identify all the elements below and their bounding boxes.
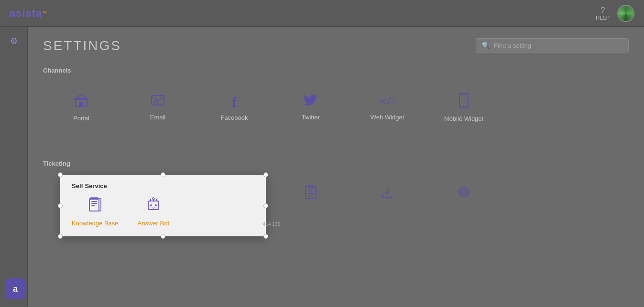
email-icon xyxy=(151,94,165,110)
mobile-widget-icon xyxy=(458,93,469,111)
svg-rect-12 xyxy=(91,205,95,206)
main-layout: ⚙ SETTINGS 🔍 Channels xyxy=(0,27,644,307)
web-widget-icon: </> xyxy=(380,94,395,110)
app-logo[interactable]: asista™ xyxy=(10,7,47,20)
mobile-widget-label: Mobile Widget xyxy=(444,115,483,122)
download-icon xyxy=(381,185,394,202)
channels-grid: Portal Email f Facebook xyxy=(43,84,629,131)
answer-bot-icon xyxy=(146,197,161,216)
channel-item-twitter[interactable]: Twitter xyxy=(273,84,349,131)
knowledge-base-label: Knowledge Base xyxy=(72,220,119,227)
bottom-asista-badge[interactable]: a xyxy=(5,278,26,299)
web-widget-label: Web Widget xyxy=(371,114,404,121)
gear-settings-icon xyxy=(457,185,470,202)
avatar[interactable] xyxy=(617,5,634,22)
sidebar: ⚙ xyxy=(0,27,28,307)
bottom-badge-label: a xyxy=(13,284,18,294)
ticketing-label: Ticketing xyxy=(43,160,629,167)
facebook-icon: f xyxy=(232,94,237,110)
ticketing-item-download[interactable] xyxy=(349,177,426,210)
svg-rect-2 xyxy=(79,102,83,106)
svg-point-32 xyxy=(462,190,466,194)
self-service-item-answer-bot[interactable]: Answer Bot xyxy=(138,197,169,227)
logo-text: asista xyxy=(10,7,42,20)
self-service-title: Self Service xyxy=(72,182,254,190)
channels-label: Channels xyxy=(43,67,629,74)
svg-point-16 xyxy=(155,204,157,206)
facebook-label: Facebook xyxy=(220,114,248,121)
channel-item-email[interactable]: Email xyxy=(120,84,196,131)
resize-handle-br[interactable] xyxy=(263,234,268,239)
search-icon: 🔍 xyxy=(482,42,490,49)
svg-point-20 xyxy=(153,198,154,200)
resize-handle-bm[interactable] xyxy=(161,234,165,239)
resize-handle-tm[interactable] xyxy=(161,172,165,177)
resize-handle-tl[interactable] xyxy=(58,172,63,177)
avatar-image xyxy=(618,6,633,21)
svg-text:</>: </> xyxy=(380,95,395,106)
logo-dot: ™ xyxy=(42,11,47,16)
answer-bot-label: Answer Bot xyxy=(138,220,169,227)
self-service-item-knowledge-base[interactable]: Knowledge Base xyxy=(72,197,119,227)
self-service-overlay: Self Service xyxy=(60,175,266,236)
svg-rect-11 xyxy=(91,203,97,204)
channel-item-mobile-widget[interactable]: Mobile Widget xyxy=(426,84,502,131)
search-input[interactable] xyxy=(494,42,622,49)
forms-icon xyxy=(305,185,317,202)
help-label: HELP xyxy=(596,15,610,21)
portal-icon xyxy=(74,93,88,111)
email-label: Email xyxy=(150,114,166,121)
channel-item-portal[interactable]: Portal xyxy=(43,84,120,131)
twitter-icon xyxy=(304,94,318,110)
help-icon: ? xyxy=(600,6,605,15)
svg-rect-4 xyxy=(154,101,158,104)
coordinates-display: 414 136 xyxy=(263,222,280,227)
help-button[interactable]: ? HELP xyxy=(596,6,610,21)
top-navigation: asista™ ? HELP xyxy=(0,0,644,27)
channel-item-facebook[interactable]: f Facebook xyxy=(196,84,273,131)
svg-point-8 xyxy=(463,106,465,107)
settings-header: SETTINGS 🔍 xyxy=(43,38,629,53)
channel-item-web-widget[interactable]: </> Web Widget xyxy=(349,84,426,131)
ticketing-item-forms[interactable] xyxy=(273,177,349,210)
page-title: SETTINGS xyxy=(43,38,121,53)
ticketing-item-gear[interactable] xyxy=(426,177,502,210)
self-service-items: Knowledge Base xyxy=(72,197,254,227)
main-content: SETTINGS 🔍 Channels Portal xyxy=(28,27,644,307)
resize-handle-tr[interactable] xyxy=(263,172,268,177)
nav-right: ? HELP xyxy=(596,5,634,22)
svg-rect-10 xyxy=(91,201,97,202)
svg-point-15 xyxy=(150,204,152,206)
resize-handle-ml[interactable] xyxy=(58,203,63,208)
sidebar-settings-icon[interactable]: ⚙ xyxy=(4,32,23,51)
search-box[interactable]: 🔍 xyxy=(476,38,629,53)
self-service-box: Self Service xyxy=(60,175,266,236)
portal-label: Portal xyxy=(73,115,89,122)
resize-handle-bl[interactable] xyxy=(58,234,63,239)
twitter-label: Twitter xyxy=(302,114,320,121)
knowledge-base-icon xyxy=(87,197,103,216)
resize-handle-mr[interactable] xyxy=(263,203,268,208)
